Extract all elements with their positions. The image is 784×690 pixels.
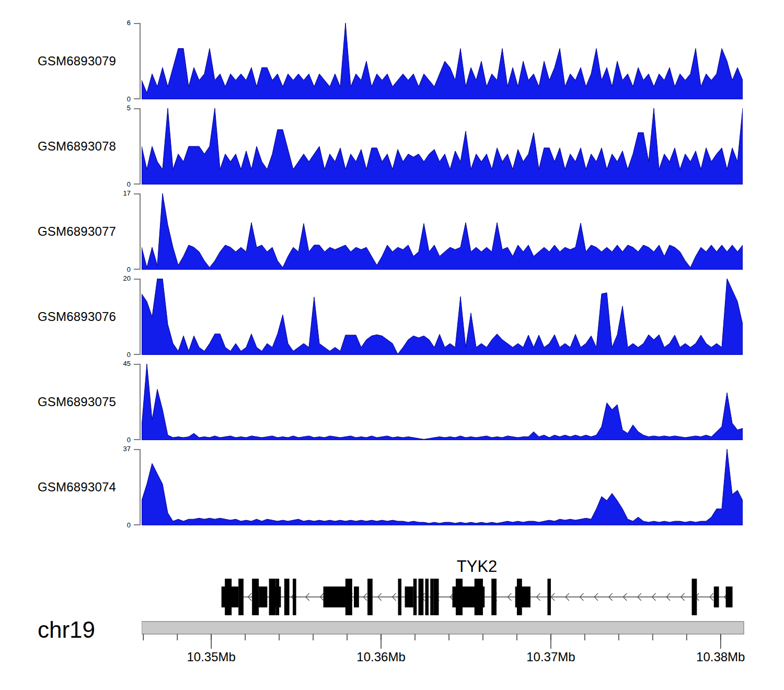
track-label: GSM6893079 — [38, 54, 116, 68]
coverage-track: GSM6893076 20 0 — [0, 279, 784, 355]
coverage-track: GSM6893074 37 0 — [0, 449, 784, 525]
coverage-track: GSM6893078 5 0 — [0, 108, 784, 185]
gene-exon — [345, 579, 352, 615]
coverage-polygon — [142, 108, 743, 185]
chromosome-label: chr19 — [38, 617, 95, 643]
gene-exon — [430, 579, 433, 615]
y-axis-zero-label: 0 — [113, 522, 131, 529]
coverage-track: GSM6893075 45 0 — [0, 364, 784, 440]
y-axis-max-label: 17 — [113, 190, 131, 197]
coverage-track: GSM6893077 17 0 — [0, 193, 784, 270]
y-axis-bracket — [134, 193, 141, 270]
y-axis-zero-label: 0 — [113, 96, 131, 103]
y-axis-zero-label: 0 — [113, 351, 131, 359]
gene-name-label: TYK2 — [446, 557, 509, 576]
coverage-plot — [142, 449, 743, 525]
ruler-tick-label: 10.37Mb — [526, 650, 575, 664]
gene-exon — [413, 579, 417, 615]
gene-exon — [252, 579, 259, 615]
gene-exon — [517, 579, 522, 615]
gene-exon — [398, 579, 401, 615]
gene-model-track — [142, 575, 743, 619]
coverage-plot — [142, 108, 743, 185]
gene-exon — [456, 579, 463, 615]
coverage-polygon — [142, 193, 743, 270]
y-axis-bracket — [134, 23, 141, 99]
gene-exon — [491, 579, 497, 615]
coverage-polygon — [142, 364, 743, 440]
y-axis-bracket — [134, 364, 141, 440]
gene-exon — [367, 579, 373, 615]
coverage-polygon — [142, 449, 743, 525]
track-label: GSM6893077 — [38, 224, 116, 239]
track-label: GSM6893076 — [38, 309, 116, 324]
track-label: GSM6893075 — [38, 395, 116, 409]
gene-exon — [238, 579, 244, 615]
y-axis-zero-label: 0 — [113, 436, 131, 444]
gene-exon — [324, 586, 349, 607]
gene-exon — [259, 586, 267, 607]
coverage-polygon — [142, 23, 743, 99]
track-label: GSM6893074 — [38, 480, 116, 494]
gene-exon — [276, 579, 279, 615]
coverage-plot — [142, 193, 743, 270]
y-axis-max-label: 5 — [113, 105, 131, 112]
gene-exon — [405, 586, 413, 607]
y-axis-max-label: 20 — [113, 275, 131, 282]
gene-exon — [293, 579, 296, 615]
coverage-plot — [142, 23, 743, 99]
y-axis-max-label: 37 — [113, 445, 131, 453]
gene-exon — [354, 586, 359, 607]
y-axis-max-label: 45 — [113, 360, 131, 367]
gene-exon — [434, 579, 439, 615]
y-axis-zero-label: 0 — [113, 266, 131, 273]
gene-exon — [475, 579, 483, 615]
y-axis-max-label: 6 — [113, 19, 131, 27]
chromosome-ruler-bar — [142, 622, 744, 634]
ruler-tick-label: 10.36Mb — [356, 650, 405, 664]
gene-exon — [225, 579, 232, 615]
y-axis-zero-label: 0 — [113, 181, 131, 188]
gene-exon — [419, 579, 424, 615]
gene-exon — [692, 579, 697, 615]
y-axis-bracket — [134, 449, 141, 525]
gene-exon — [547, 579, 550, 615]
gene-exon — [726, 586, 733, 607]
coverage-track: GSM6893079 6 0 — [0, 23, 784, 99]
gene-exon — [284, 579, 290, 615]
ruler-tick-label: 10.35Mb — [187, 650, 235, 664]
coverage-plot — [142, 364, 743, 440]
gene-exon — [714, 586, 719, 607]
ruler-tick-label: 10.38Mb — [696, 650, 745, 664]
genomic-ruler: 10.35Mb10.36Mb10.37Mb10.38Mb — [142, 620, 748, 670]
genome-browser-figure: GSM6893079 6 0 GSM6893078 5 0 GSM6893077… — [0, 0, 784, 690]
y-axis-bracket — [134, 279, 141, 355]
gene-exon — [425, 579, 429, 615]
track-label: GSM6893078 — [38, 139, 116, 154]
coverage-plot — [142, 279, 743, 355]
coverage-polygon — [142, 279, 743, 355]
y-axis-bracket — [134, 108, 141, 185]
